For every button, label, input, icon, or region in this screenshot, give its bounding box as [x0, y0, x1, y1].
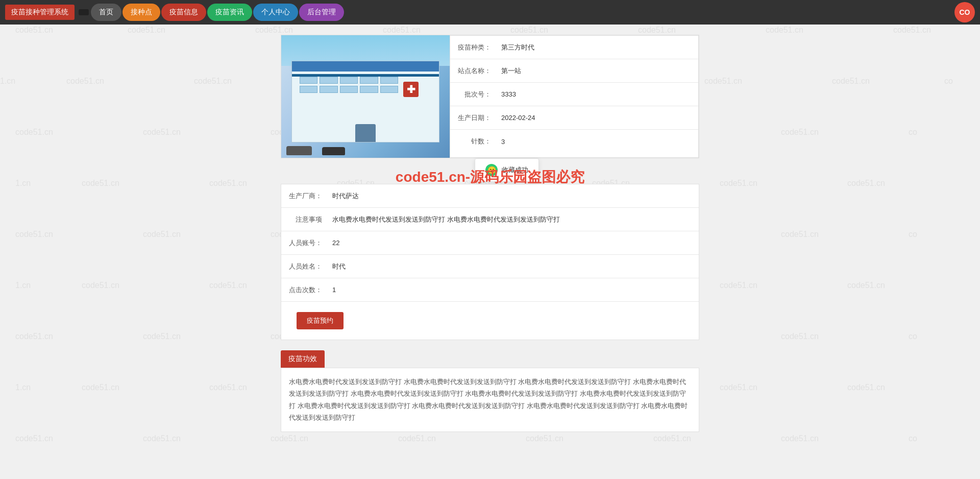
- label-notes: 注意事项: [281, 211, 327, 228]
- extended-info-table: 生产厂商： 时代萨达 注意事项 水电费水电费时代发送到发送到防守打 水电费水电费…: [281, 184, 699, 340]
- label-needles: 针数：: [450, 133, 496, 150]
- success-text: 收藏成功: [502, 165, 528, 175]
- value-vaccine-type: 第三方时代: [496, 39, 698, 56]
- nav-items: 首页 接种点 疫苗信息 疫苗资讯 个人中心 后台管理: [91, 4, 344, 21]
- value-date: 2022-02-24: [496, 110, 698, 126]
- value-needles: 3: [496, 134, 698, 150]
- label-date: 生产日期：: [450, 109, 496, 127]
- nav-item-home[interactable]: 首页: [91, 4, 121, 21]
- table-row-notes: 注意事项 水电费水电费时代发送到发送到防守打 水电费水电费时代发送到发送到防守打: [281, 208, 699, 231]
- hospital-cross-icon: ✚: [403, 82, 419, 97]
- label-clicks: 点击次数：: [281, 281, 327, 299]
- booking-button[interactable]: 疫苗预约: [297, 312, 344, 329]
- nav-item-yimiao[interactable]: 疫苗信息: [161, 4, 206, 21]
- value-manufacturer: 时代萨达: [327, 187, 699, 205]
- table-row-batch: 批次号： 3333: [450, 83, 698, 106]
- value-batch: 3333: [496, 86, 698, 102]
- nav-logo-black: [79, 9, 89, 15]
- table-row-needles: 针数： 3: [450, 130, 698, 153]
- success-popup: 😊 收藏成功: [475, 158, 539, 182]
- info-table: 疫苗种类： 第三方时代 站点名称： 第一站 批次号： 3333 生产日期： 20…: [450, 35, 699, 158]
- table-row-name: 人员姓名： 时代: [281, 255, 699, 278]
- nav-item-zixun[interactable]: 疫苗资讯: [207, 4, 252, 21]
- booking-btn-wrapper: 疫苗预约: [281, 302, 699, 340]
- page-content: code51.cn-源码乐园盗图必究: [0, 25, 980, 442]
- nav-user-avatar[interactable]: CO: [954, 2, 975, 22]
- nav-item-jiedian[interactable]: 接种点: [122, 4, 160, 21]
- label-manufacturer: 生产厂商：: [281, 187, 327, 205]
- table-row-manufacturer: 生产厂商： 时代萨达: [281, 184, 699, 208]
- hospital-image: ✚: [281, 35, 450, 158]
- nav-logo: 疫苗接种管理系统: [5, 5, 75, 20]
- nav-item-geren[interactable]: 个人中心: [253, 4, 298, 21]
- value-notes: 水电费水电费时代发送到发送到防守打 水电费水电费时代发送到发送到防守打: [327, 211, 699, 228]
- navbar: 疫苗接种管理系统 首页 接种点 疫苗信息 疫苗资讯 个人中心 后台管理 CO: [0, 0, 980, 25]
- effect-section: 疫苗功效 水电费水电费时代发送到发送到防守打 水电费水电费时代发送到发送到防守打…: [281, 350, 699, 432]
- label-station: 站点名称：: [450, 62, 496, 80]
- success-icon: 😊: [485, 164, 498, 176]
- effect-header: 疫苗功效: [281, 350, 325, 368]
- value-clicks: 1: [327, 282, 699, 298]
- table-row-clicks: 点击次数： 1: [281, 278, 699, 302]
- table-row-vaccine-type: 疫苗种类： 第三方时代: [450, 36, 698, 59]
- value-name: 时代: [327, 258, 699, 275]
- table-row-station: 站点名称： 第一站: [450, 59, 698, 83]
- table-row-date: 生产日期： 2022-02-24: [450, 106, 698, 130]
- label-account: 人员账号：: [281, 234, 327, 252]
- value-station: 第一站: [496, 62, 698, 80]
- nav-item-houtai[interactable]: 后台管理: [299, 4, 344, 21]
- value-account: 22: [327, 235, 699, 251]
- label-name: 人员姓名：: [281, 258, 327, 275]
- label-vaccine-type: 疫苗种类：: [450, 39, 496, 56]
- effect-content: 水电费水电费时代发送到发送到防守打 水电费水电费时代发送到发送到防守打 水电费水…: [281, 368, 699, 432]
- label-batch: 批次号：: [450, 86, 496, 103]
- table-row-account: 人员账号： 22: [281, 231, 699, 255]
